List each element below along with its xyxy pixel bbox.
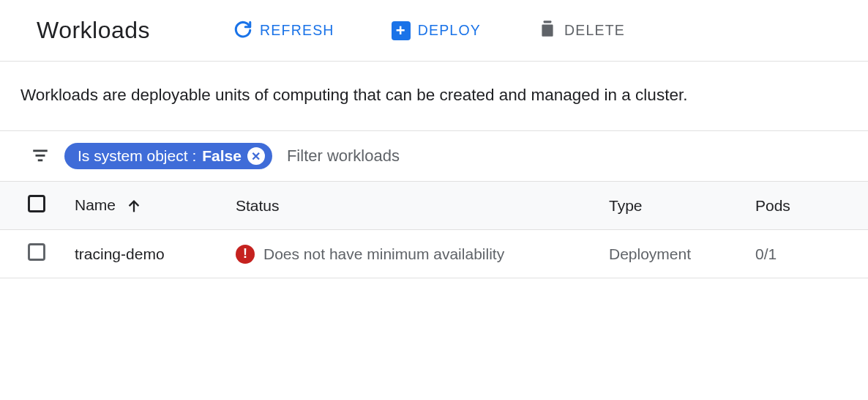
close-icon[interactable]: ✕ — [247, 147, 265, 165]
col-header-pods[interactable]: Pods — [747, 182, 868, 230]
delete-button[interactable]: DELETE — [528, 13, 635, 48]
row-checkbox[interactable] — [26, 248, 47, 265]
col-header-name[interactable]: Name — [66, 182, 227, 230]
trash-icon — [538, 19, 557, 42]
deploy-label: DEPLOY — [418, 22, 481, 39]
select-all-checkbox[interactable] — [26, 200, 47, 217]
workload-type: Deployment — [609, 245, 691, 262]
status-text: Does not have minimum availability — [263, 245, 504, 263]
status-cell: ! Does not have minimum availability — [236, 245, 504, 264]
filter-input[interactable] — [287, 147, 840, 166]
filter-icon[interactable] — [31, 146, 50, 167]
svg-rect-0 — [544, 21, 552, 23]
description-section: Workloads are deployable units of comput… — [0, 62, 868, 131]
filter-chip-value: False — [202, 147, 242, 165]
description-text: Workloads are deployable units of comput… — [20, 82, 848, 108]
deploy-button[interactable]: + DEPLOY — [381, 15, 491, 46]
workload-pods: 0/1 — [755, 245, 777, 262]
col-header-type[interactable]: Type — [600, 182, 747, 230]
svg-rect-4 — [38, 159, 43, 161]
filter-bar: Is system object : False ✕ — [0, 131, 868, 181]
refresh-icon — [233, 19, 252, 42]
svg-rect-1 — [542, 25, 553, 37]
refresh-button[interactable]: REFRESH — [223, 13, 345, 48]
plus-icon: + — [392, 21, 411, 40]
error-icon: ! — [236, 245, 255, 264]
delete-label: DELETE — [564, 22, 625, 39]
svg-rect-2 — [33, 149, 48, 152]
toolbar: Workloads REFRESH + DEPLOY DELETE — [0, 0, 868, 62]
table-header-row: Name Status Type Pods — [0, 182, 868, 230]
page-title: Workloads — [37, 17, 150, 44]
table-row[interactable]: tracing-demo ! Does not have minimum ava… — [0, 230, 868, 278]
workload-name[interactable]: tracing-demo — [75, 245, 165, 262]
filter-chip[interactable]: Is system object : False ✕ — [64, 143, 272, 169]
filter-chip-key: Is system object : — [78, 147, 196, 165]
sort-ascending-icon — [120, 196, 142, 213]
col-header-status[interactable]: Status — [227, 182, 600, 230]
svg-rect-7 — [29, 245, 45, 260]
workloads-table: Name Status Type Pods tracing-demo ! Doe… — [0, 181, 868, 278]
refresh-label: REFRESH — [260, 22, 334, 39]
svg-rect-3 — [36, 154, 45, 156]
svg-rect-5 — [29, 196, 45, 212]
